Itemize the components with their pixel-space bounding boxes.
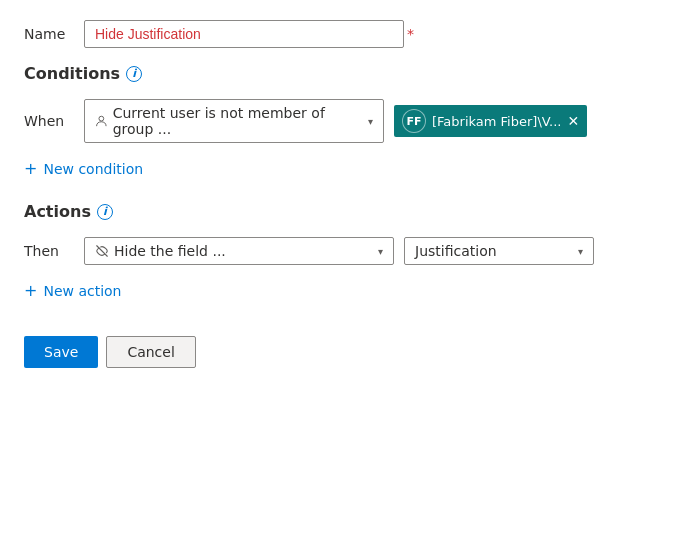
field-dropdown[interactable]: Justification ▾: [404, 237, 594, 265]
badge-initials: FF: [406, 115, 421, 128]
new-action-row[interactable]: + New action: [24, 277, 676, 304]
required-star: *: [407, 26, 414, 42]
actions-title: Actions: [24, 202, 91, 221]
then-row: Then Hide the field ... ▾ Justification …: [24, 237, 676, 265]
actions-section: Actions i Then Hide the field ... ▾ Just…: [24, 202, 676, 304]
then-label: Then: [24, 243, 74, 259]
name-input[interactable]: [84, 20, 404, 48]
when-label: When: [24, 113, 74, 129]
new-condition-label: New condition: [43, 161, 143, 177]
group-badge: FF [Fabrikam Fiber]\V... ✕: [394, 105, 587, 137]
user-icon: [95, 114, 108, 128]
badge-close-icon[interactable]: ✕: [567, 114, 579, 128]
actions-header: Actions i: [24, 202, 676, 221]
name-label: Name: [24, 26, 84, 42]
new-condition-plus-icon: +: [24, 159, 37, 178]
action-dropdown[interactable]: Hide the field ... ▾: [84, 237, 394, 265]
conditions-section: Conditions i When Current user is not me…: [24, 64, 676, 182]
svg-point-0: [99, 116, 104, 121]
field-chevron-icon: ▾: [578, 246, 583, 257]
badge-text: [Fabrikam Fiber]\V...: [432, 114, 561, 129]
name-input-wrapper: *: [84, 20, 404, 48]
field-dropdown-label: Justification: [415, 243, 497, 259]
new-condition-row[interactable]: + New condition: [24, 155, 676, 182]
new-action-label: New action: [43, 283, 121, 299]
actions-info-icon[interactable]: i: [97, 204, 113, 220]
cancel-button[interactable]: Cancel: [106, 336, 195, 368]
hide-field-icon: [95, 244, 109, 258]
condition-dropdown-text: Current user is not member of group ...: [95, 105, 362, 137]
badge-avatar: FF: [402, 109, 426, 133]
condition-dropdown[interactable]: Current user is not member of group ... …: [84, 99, 384, 143]
new-action-plus-icon: +: [24, 281, 37, 300]
buttons-row: Save Cancel: [24, 336, 676, 368]
conditions-header: Conditions i: [24, 64, 676, 83]
conditions-title: Conditions: [24, 64, 120, 83]
conditions-info-icon[interactable]: i: [126, 66, 142, 82]
name-row: Name *: [24, 20, 676, 48]
field-dropdown-text: Justification: [415, 243, 497, 259]
action-chevron-icon: ▾: [378, 246, 383, 257]
save-button[interactable]: Save: [24, 336, 98, 368]
condition-chevron-icon: ▾: [368, 116, 373, 127]
condition-dropdown-label: Current user is not member of group ...: [113, 105, 362, 137]
action-dropdown-text: Hide the field ...: [95, 243, 226, 259]
when-row: When Current user is not member of group…: [24, 99, 676, 143]
action-dropdown-label: Hide the field ...: [114, 243, 226, 259]
